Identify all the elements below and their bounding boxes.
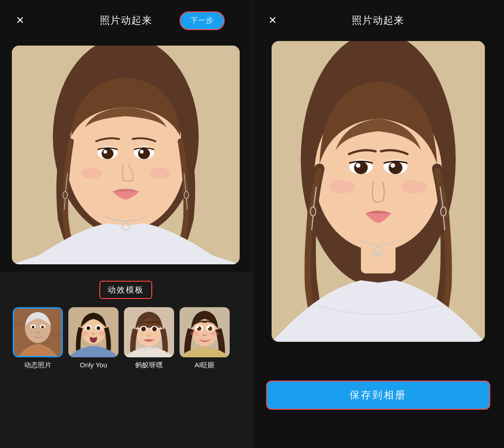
svg-point-43 bbox=[141, 327, 146, 331]
left-panel-title: 照片动起来 bbox=[100, 14, 152, 27]
svg-point-10 bbox=[82, 168, 102, 179]
template-thumb-dynamic[interactable] bbox=[13, 307, 63, 357]
thumb-ant-yawn bbox=[124, 307, 174, 357]
svg-point-53 bbox=[208, 326, 210, 328]
template-label-ant-yawn: 蚂蚁呀嘿 bbox=[135, 361, 163, 370]
right-header: ✕ 照片动起来 bbox=[252, 0, 504, 41]
template-list: 动态照片 bbox=[9, 307, 243, 370]
svg-point-5 bbox=[102, 148, 113, 159]
svg-point-8 bbox=[138, 148, 150, 159]
svg-point-55 bbox=[211, 331, 219, 336]
svg-point-65 bbox=[391, 163, 395, 168]
template-thumb-ai-blink[interactable] bbox=[180, 307, 230, 357]
template-label-only-you: Only You bbox=[80, 361, 107, 369]
svg-point-37 bbox=[90, 334, 97, 338]
svg-point-67 bbox=[401, 180, 427, 194]
template-title-wrapper: 动效模板 bbox=[99, 281, 152, 299]
close-button-left[interactable]: ✕ bbox=[13, 13, 27, 28]
template-label-ai-blink: AI眨眼 bbox=[195, 361, 215, 370]
preview-photo-illustration bbox=[272, 41, 485, 342]
svg-point-9 bbox=[140, 150, 144, 154]
template-label-dynamic: 动态照片 bbox=[24, 361, 51, 370]
template-thumb-only-you[interactable] bbox=[68, 307, 118, 357]
template-item-only-you[interactable]: Only You bbox=[68, 307, 118, 370]
svg-point-11 bbox=[150, 168, 170, 179]
close-button-right[interactable]: ✕ bbox=[265, 13, 280, 28]
main-photo-placeholder bbox=[12, 46, 240, 264]
thumb-dynamic-photo bbox=[14, 309, 62, 356]
svg-point-29 bbox=[41, 326, 44, 329]
svg-point-54 bbox=[190, 331, 199, 336]
right-panel: ✕ 照片动起来 bbox=[252, 0, 504, 448]
template-section-title: 动效模板 bbox=[108, 285, 144, 294]
left-panel: ✕ 照片动起来 下一步 bbox=[0, 0, 252, 448]
thumb-ai-blink bbox=[180, 307, 230, 357]
thumb-only-you bbox=[68, 307, 118, 357]
svg-point-62 bbox=[356, 163, 360, 168]
preview-image-area bbox=[272, 41, 485, 342]
svg-point-35 bbox=[97, 326, 100, 330]
next-button[interactable]: 下一步 bbox=[180, 11, 225, 30]
svg-point-38 bbox=[81, 331, 88, 336]
left-header: ✕ 照片动起来 下一步 bbox=[0, 0, 252, 41]
svg-point-33 bbox=[87, 326, 90, 330]
svg-point-61 bbox=[354, 161, 368, 174]
template-item-ai-blink[interactable]: AI眨眼 bbox=[180, 307, 230, 370]
main-photo-illustration bbox=[12, 46, 240, 264]
right-panel-title: 照片动起来 bbox=[352, 14, 404, 27]
save-to-album-button[interactable]: 保存到相册 bbox=[266, 381, 491, 410]
template-item-ant-yawn[interactable]: 蚂蚁呀嘿 bbox=[124, 307, 174, 370]
svg-point-45 bbox=[152, 327, 157, 331]
svg-point-66 bbox=[329, 180, 355, 194]
svg-point-64 bbox=[389, 161, 402, 174]
svg-point-6 bbox=[103, 150, 107, 154]
template-section: 动效模板 bbox=[0, 272, 252, 448]
main-photo-area bbox=[12, 46, 240, 264]
svg-point-27 bbox=[32, 326, 35, 329]
template-thumb-ant-yawn[interactable] bbox=[124, 307, 174, 357]
svg-point-50 bbox=[197, 326, 199, 328]
template-item-dynamic[interactable]: 动态照片 bbox=[13, 307, 63, 370]
save-button-wrapper: 保存到相册 bbox=[252, 342, 504, 448]
svg-point-39 bbox=[98, 331, 106, 336]
